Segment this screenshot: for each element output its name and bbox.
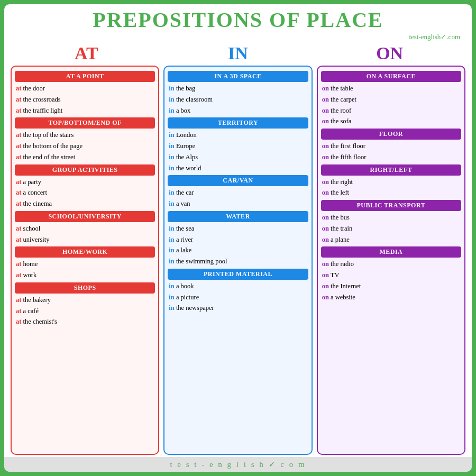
section-public-transport: PUBLIC TRANSPORT: [321, 200, 461, 211]
list-item: at work: [15, 270, 155, 280]
list-item: in a book: [168, 281, 308, 291]
list-item: on TV: [321, 270, 461, 280]
site-credit: test-english✓.com: [11, 33, 465, 41]
list-item: on a website: [321, 292, 461, 303]
page-title: PREPOSITIONS OF PLACE: [11, 8, 465, 32]
list-item: at school: [15, 224, 155, 234]
list-item: at the end of the street: [15, 152, 155, 162]
list-item: in the classroom: [168, 95, 308, 105]
list-item: at a party: [15, 177, 155, 187]
footer-checkmark: ✓: [269, 460, 277, 469]
footer-text: t e s t - e n g l i s h: [170, 460, 268, 469]
list-item: in the swimming pool: [168, 257, 308, 267]
section-floor: FLOOR: [321, 129, 461, 140]
on-column: ON A SURFACE on the table on the carpet …: [317, 66, 465, 455]
section-at-a-point: AT A POINT: [15, 71, 155, 82]
list-item: at the door: [15, 84, 155, 94]
main-columns: AT A POINT at the door at the crossroads…: [11, 66, 465, 455]
list-item: in a lake: [168, 245, 308, 255]
list-item: on the sofa: [321, 116, 461, 126]
list-item: on the fifth floor: [321, 152, 461, 162]
list-item: at home: [15, 259, 155, 269]
site-domain: .com: [446, 33, 460, 41]
list-item: in London: [168, 130, 308, 140]
list-item: in the sea: [168, 224, 308, 234]
section-territory: TERRITORY: [168, 117, 308, 129]
list-item: at the cinema: [15, 199, 155, 209]
list-item: in the world: [168, 163, 308, 173]
list-item: in a picture: [168, 292, 308, 303]
list-item: at a café: [15, 306, 155, 316]
content-area: PREPOSITIONS OF PLACE test-english✓.com …: [4, 4, 472, 472]
checkmark-icon: ✓: [441, 33, 446, 41]
section-media: MEDIA: [321, 246, 461, 258]
list-item: on the train: [321, 224, 461, 234]
list-item: on the roof: [321, 106, 461, 116]
footer-bar: t e s t - e n g l i s h ✓ c o m: [4, 457, 472, 472]
list-item: in the bag: [168, 84, 308, 94]
page-container: PREPOSITIONS OF PLACE test-english✓.com …: [0, 0, 476, 476]
section-on-a-surface: ON A SURFACE: [321, 71, 461, 82]
list-item: in the car: [168, 188, 308, 198]
section-top-bottom: TOP/BOTTOM/END OF: [15, 117, 155, 129]
section-school: SCHOOL/UNIVERSITY: [15, 211, 155, 222]
list-item: on the radio: [321, 259, 461, 269]
list-item: in Europe: [168, 141, 308, 151]
list-item: on the first floor: [321, 141, 461, 151]
on-header: ON: [314, 43, 465, 63]
list-item: on the bus: [321, 213, 461, 223]
list-item: on the right: [321, 177, 461, 187]
at-column: AT A POINT at the door at the crossroads…: [11, 66, 159, 455]
in-column: IN A 3D SPACE in the bag in the classroo…: [163, 66, 312, 455]
list-item: in a van: [168, 199, 308, 209]
list-item: in a box: [168, 106, 308, 116]
footer-domain: c o m: [277, 460, 306, 469]
in-header: IN: [162, 43, 314, 63]
list-item: on the left: [321, 188, 461, 198]
at-header: AT: [11, 43, 162, 63]
list-item: at the bottom of the page: [15, 141, 155, 151]
list-item: in the Alps: [168, 152, 308, 162]
section-shops: SHOPS: [15, 282, 155, 294]
section-car-van: CAR/VAN: [168, 175, 308, 186]
list-item: at university: [15, 235, 155, 245]
list-item: on a plane: [321, 235, 461, 245]
section-home-work: HOME/WORK: [15, 246, 155, 258]
list-item: at the bakery: [15, 295, 155, 305]
list-item: at the traffic light: [15, 106, 155, 116]
list-item: on the table: [321, 84, 461, 94]
list-item: in a river: [168, 235, 308, 245]
section-in-3d-space: IN A 3D SPACE: [168, 71, 308, 82]
column-headers: AT IN ON: [11, 43, 465, 63]
list-item: at a concert: [15, 188, 155, 198]
list-item: in the newspaper: [168, 303, 308, 313]
site-name: test-english: [409, 33, 441, 41]
list-item: at the crossroads: [15, 95, 155, 105]
list-item: on the carpet: [321, 95, 461, 105]
section-right-left: RIGHT/LEFT: [321, 164, 461, 176]
section-printed-material: PRINTED MATERIAL: [168, 269, 308, 280]
section-group-activities: GROUP ACTIVITIES: [15, 164, 155, 176]
list-item: on the Internet: [321, 281, 461, 291]
list-item: at the top of the stairs: [15, 130, 155, 140]
list-item: at the chemist's: [15, 317, 155, 327]
section-water: WATER: [168, 211, 308, 222]
